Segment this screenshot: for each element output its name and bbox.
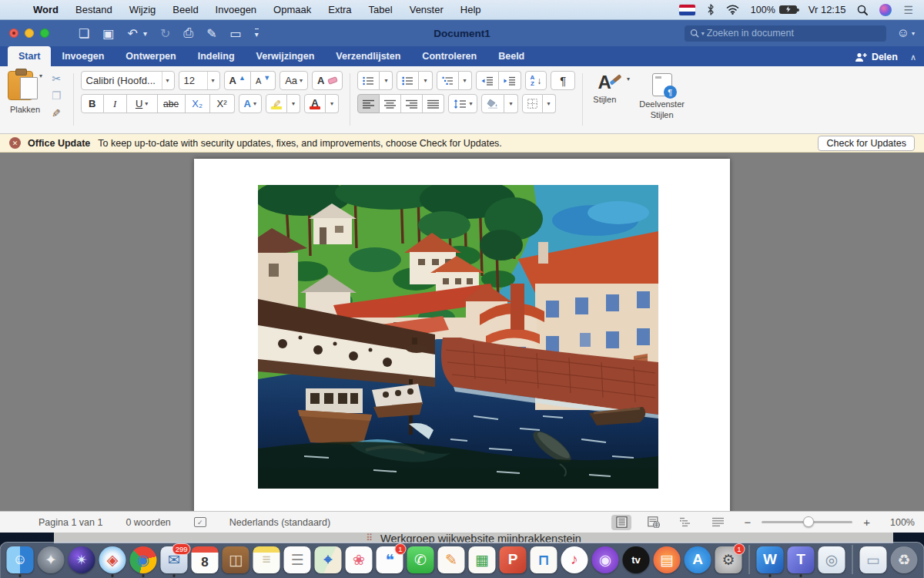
- dock-music[interactable]: ♪: [561, 546, 589, 573]
- font-size-select[interactable]: 12▾: [179, 71, 220, 90]
- document-page[interactable]: [194, 159, 730, 511]
- dock-chrome[interactable]: ◉: [129, 546, 158, 573]
- shading-chevron[interactable]: ▾: [504, 94, 517, 113]
- change-case-button[interactable]: Aa▾: [280, 71, 308, 90]
- page-count[interactable]: Pagina 1 van 1: [38, 517, 102, 528]
- menu-word[interactable]: Word: [25, 4, 67, 15]
- dock-messages[interactable]: ❝1: [376, 546, 404, 573]
- document-image[interactable]: [258, 185, 658, 489]
- menu-venster[interactable]: Venster: [401, 4, 452, 15]
- print-layout-view-button[interactable]: [611, 515, 631, 530]
- dock-powerpoint[interactable]: P: [499, 546, 527, 573]
- font-name-select[interactable]: Calibri (Hoofd...▾: [81, 71, 175, 90]
- search-input[interactable]: [707, 28, 881, 39]
- envelope-card-icon[interactable]: ▭: [230, 26, 242, 41]
- dock-keynote[interactable]: ⊓: [530, 546, 558, 573]
- dock-pages[interactable]: ✎: [437, 546, 466, 573]
- tab-verwijzingen[interactable]: Verwijzingen: [246, 46, 326, 66]
- cut-icon[interactable]: ✂: [52, 72, 61, 85]
- menu-opmaak[interactable]: Opmaak: [265, 4, 320, 15]
- dock-downloads-stack[interactable]: ▭: [859, 546, 888, 573]
- web-layout-view-button[interactable]: [644, 515, 664, 530]
- underline-button[interactable]: U▾: [127, 94, 158, 113]
- save-icon[interactable]: ▣: [102, 26, 114, 41]
- zoom-slider[interactable]: [762, 521, 852, 524]
- tab-ontwerpen[interactable]: Ontwerpen: [115, 46, 186, 66]
- new-document-icon[interactable]: ❏: [79, 26, 89, 41]
- menu-invoegen[interactable]: Invoegen: [207, 4, 266, 15]
- dock-mail[interactable]: ✉299: [160, 546, 189, 573]
- bullet-list-chevron[interactable]: ▾: [380, 71, 393, 90]
- shrink-font-button[interactable]: A▼: [251, 71, 276, 90]
- notification-center-icon[interactable]: ☰: [903, 4, 913, 16]
- dock-finder[interactable]: ☺: [6, 546, 35, 573]
- tab-controleren[interactable]: Controleren: [411, 46, 487, 66]
- styles-pane-button[interactable]: ¶ DeelvensterStijlen: [639, 73, 685, 121]
- menu-bar-clock[interactable]: Vr 12:15: [808, 4, 846, 15]
- menu-beeld[interactable]: Beeld: [164, 4, 206, 15]
- menu-extra[interactable]: Extra: [320, 4, 360, 15]
- paste-chevron-icon[interactable]: ▾: [39, 72, 42, 79]
- line-spacing-button[interactable]: ▾: [448, 94, 477, 113]
- word-count[interactable]: 0 woorden: [126, 517, 170, 528]
- bullet-list-button[interactable]: [357, 71, 380, 90]
- text-effects-button[interactable]: A▾: [239, 94, 262, 113]
- decrease-indent-button[interactable]: [476, 71, 499, 90]
- zoom-in-button[interactable]: +: [860, 516, 873, 529]
- dock-contacts[interactable]: ◫: [222, 546, 250, 573]
- dock-apple-tv[interactable]: tv: [622, 546, 651, 573]
- dock-facetime[interactable]: ✆: [407, 546, 435, 573]
- format-painter-brush-icon[interactable]: ✐: [52, 106, 61, 119]
- copy-icon[interactable]: ❐: [52, 89, 62, 102]
- dock-safari[interactable]: ◈: [99, 546, 127, 573]
- subscript-button[interactable]: X₂: [186, 94, 210, 113]
- dock-maps[interactable]: ⌖: [314, 546, 343, 573]
- spell-check-icon[interactable]: ✓: [194, 517, 206, 527]
- dock-preview[interactable]: ◎: [818, 546, 846, 573]
- tab-indeling[interactable]: Indeling: [187, 46, 246, 66]
- tab-beeld[interactable]: Beeld: [487, 46, 535, 66]
- dock-system-preferences[interactable]: ⚙1: [715, 546, 743, 573]
- customize-toolbar-icon[interactable]: ▾: [255, 29, 259, 39]
- align-left-button[interactable]: [357, 94, 380, 113]
- dock-siri[interactable]: ✴: [68, 546, 96, 573]
- increase-indent-button[interactable]: [499, 71, 521, 90]
- tab-start[interactable]: Start: [8, 46, 51, 66]
- highlight-chevron-button[interactable]: ▾: [287, 94, 300, 113]
- clear-formatting-button[interactable]: A: [312, 71, 343, 90]
- styles-button[interactable]: A▾ Stijlen: [593, 73, 616, 104]
- multilevel-list-chevron[interactable]: ▾: [459, 71, 472, 90]
- check-for-updates-button[interactable]: Check for Updates: [818, 136, 915, 151]
- shading-button[interactable]: [481, 94, 504, 113]
- dock-notes[interactable]: ≡: [253, 546, 281, 573]
- dock-teams[interactable]: T: [787, 546, 815, 573]
- dock-reminders[interactable]: ☰: [283, 546, 312, 573]
- outline-view-button[interactable]: [676, 515, 696, 530]
- dock-app-store[interactable]: A: [684, 546, 712, 573]
- grow-font-button[interactable]: A▲: [224, 71, 251, 90]
- multilevel-list-button[interactable]: [437, 71, 459, 90]
- zoom-percent-label[interactable]: 100%: [881, 517, 915, 528]
- tab-verzendlijsten[interactable]: Verzendlijsten: [325, 46, 411, 66]
- dock-word[interactable]: W: [756, 546, 785, 573]
- menu-tabel[interactable]: Tabel: [360, 4, 401, 15]
- superscript-button[interactable]: X²: [210, 94, 235, 113]
- numbered-list-button[interactable]: [397, 71, 419, 90]
- collapse-ribbon-icon[interactable]: ∧: [910, 52, 916, 62]
- borders-button[interactable]: [522, 94, 543, 113]
- menu-bestand[interactable]: Bestand: [67, 4, 121, 15]
- italic-button[interactable]: I: [104, 94, 127, 113]
- spotlight-search-icon[interactable]: [857, 5, 868, 15]
- dock-books[interactable]: ▤: [653, 546, 681, 573]
- paste-button[interactable]: [8, 71, 33, 100]
- search-scope-chevron-icon[interactable]: ▾: [701, 30, 705, 37]
- document-search-box[interactable]: ▾: [685, 25, 886, 42]
- update-close-icon[interactable]: ✕: [9, 137, 21, 149]
- dock-photos[interactable]: ❀: [345, 546, 373, 573]
- justify-button[interactable]: [423, 94, 444, 113]
- dock-calendar[interactable]: 8: [191, 546, 219, 573]
- align-center-button[interactable]: [380, 94, 401, 113]
- highlight-button[interactable]: ✐: [266, 94, 287, 113]
- apple-menu-icon[interactable]: [6, 9, 25, 11]
- dock-podcasts[interactable]: ◉: [591, 546, 620, 573]
